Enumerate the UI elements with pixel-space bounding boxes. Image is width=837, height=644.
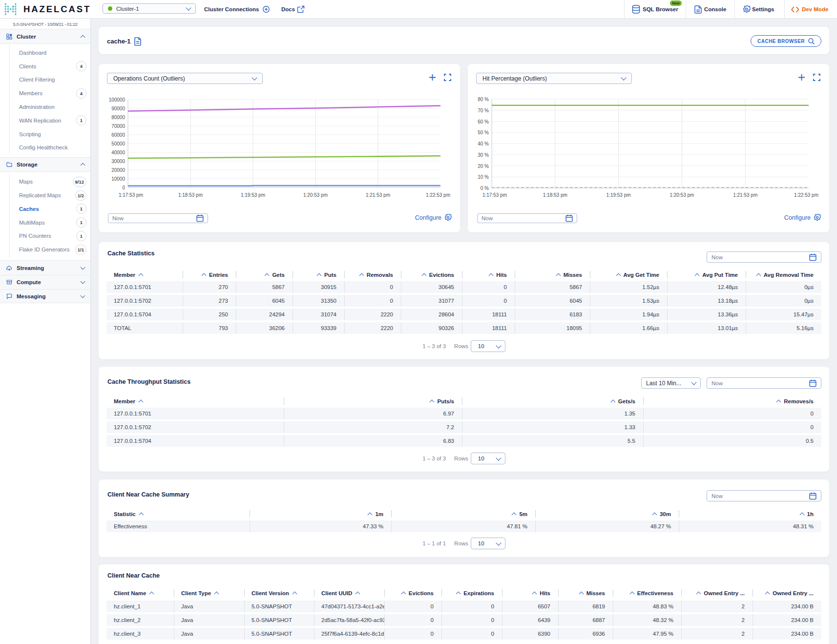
svg-text:60 %: 60 % — [478, 119, 489, 125]
svg-text:80000: 80000 — [111, 115, 125, 120]
svg-text:80 %: 80 % — [478, 97, 489, 102]
svg-text:90000: 90000 — [111, 106, 125, 111]
svg-text:30000: 30000 — [111, 159, 125, 164]
svg-text:70000: 70000 — [111, 124, 125, 129]
svg-text:20 %: 20 % — [478, 164, 489, 169]
svg-text:10 %: 10 % — [478, 174, 489, 180]
svg-text:50000: 50000 — [111, 141, 125, 146]
svg-text:1:22:53 pm: 1:22:53 pm — [426, 192, 450, 198]
svg-text:1:21:53 pm: 1:21:53 pm — [366, 192, 390, 198]
svg-text:1:20:53 pm: 1:20:53 pm — [670, 192, 694, 198]
svg-text:1:21:53 pm: 1:21:53 pm — [733, 192, 757, 198]
svg-text:50 %: 50 % — [478, 130, 489, 135]
svg-text:1:17:53 pm: 1:17:53 pm — [119, 192, 143, 198]
svg-text:1:18:53 pm: 1:18:53 pm — [178, 192, 203, 198]
svg-text:1:22:53 pm: 1:22:53 pm — [794, 192, 818, 198]
svg-text:60000: 60000 — [111, 132, 125, 138]
svg-text:0: 0 — [122, 185, 125, 190]
svg-text:0 %: 0 % — [481, 186, 489, 191]
svg-text:1:18:53 pm: 1:18:53 pm — [543, 192, 567, 198]
svg-text:40 %: 40 % — [478, 141, 489, 146]
svg-text:40000: 40000 — [111, 150, 125, 155]
svg-text:30 %: 30 % — [478, 152, 489, 158]
svg-text:100000: 100000 — [109, 97, 126, 103]
svg-text:1:19:53 pm: 1:19:53 pm — [607, 192, 631, 198]
svg-text:1:17:53 pm: 1:17:53 pm — [482, 192, 507, 198]
svg-text:1:19:53 pm: 1:19:53 pm — [241, 192, 265, 198]
svg-text:70 %: 70 % — [478, 108, 489, 113]
svg-text:20000: 20000 — [111, 167, 125, 173]
svg-text:1:20:53 pm: 1:20:53 pm — [303, 192, 328, 198]
svg-text:10000: 10000 — [111, 176, 125, 182]
